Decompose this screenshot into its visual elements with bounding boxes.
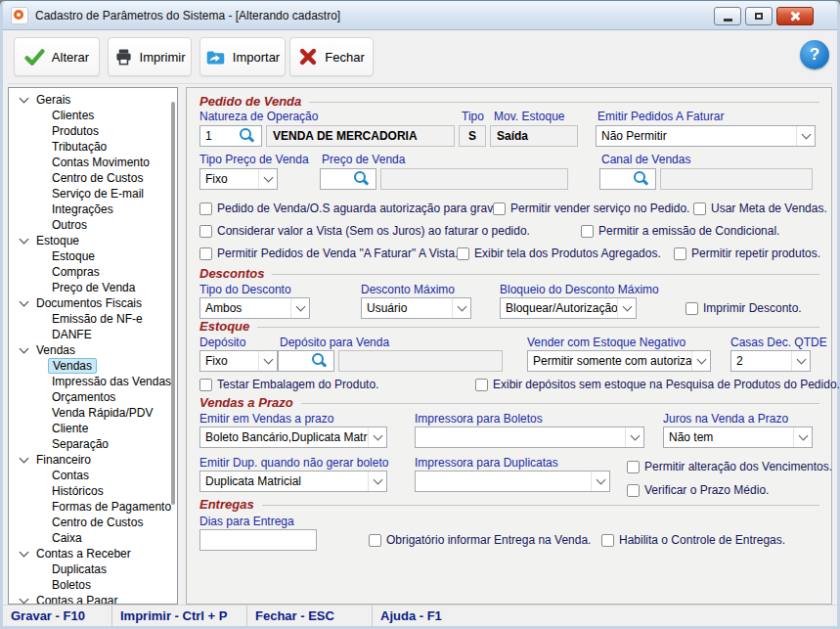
titlebar: Cadastro de Parâmetros do Sistema - [Alt…	[3, 1, 837, 30]
preco-venda-label: Preço de Venda	[322, 153, 405, 166]
tree-item-historicos[interactable]: Históricos	[9, 483, 177, 499]
tree-item-duplicatas[interactable]: Duplicatas	[9, 562, 177, 577]
emitir-dup-combo[interactable]: Duplicata Matricial	[199, 471, 387, 492]
section-vendas-a-prazo: Vendas a Prazo	[199, 395, 819, 410]
preco-venda-search[interactable]	[320, 168, 376, 190]
window-title: Cadastro de Parâmetros do Sistema - [Alt…	[35, 9, 340, 22]
deposito-venda-search[interactable]	[278, 350, 334, 372]
help-button[interactable]: ?	[800, 40, 829, 69]
tree-group-financeiro[interactable]: Financeiro	[9, 452, 177, 468]
tipo-label: Tipo	[462, 110, 484, 123]
checkbox-aguarda-autorizacao[interactable]: Pedido de Venda/O.S aguarda autorização …	[199, 202, 507, 215]
tree-item-centro-de-custos[interactable]: Centro de Custos	[9, 515, 177, 530]
tree-group-documentos-fiscais[interactable]: Documentos Fiscais	[9, 295, 177, 311]
tree-group-label: Documentos Fiscais	[36, 296, 142, 310]
tree-item-estoque[interactable]: Estoque	[9, 248, 177, 264]
deposito-combo[interactable]: Fixo	[199, 350, 278, 372]
natureza-operacao-search[interactable]: 1	[199, 125, 262, 147]
impressora-boletos-combo[interactable]	[415, 427, 644, 448]
imprimir-button[interactable]: Imprimir	[108, 37, 192, 76]
tree-item-compras[interactable]: Compras	[9, 264, 177, 280]
importar-button[interactable]: Importar	[199, 37, 286, 76]
chevron-down-icon	[20, 454, 29, 464]
chevron-down-icon	[617, 298, 636, 318]
tree-item-danfe[interactable]: DANFE	[9, 327, 177, 342]
tree-item-boletos[interactable]: Boletos	[9, 577, 177, 593]
tree-rows: GeraisClientesProdutosTributaçãoContas M…	[9, 92, 177, 605]
restore-button[interactable]	[745, 7, 773, 25]
tree-item-caixa[interactable]: Caixa	[9, 530, 177, 546]
desconto-maximo-label: Desconto Máximo	[361, 283, 455, 296]
minimize-button[interactable]	[714, 7, 741, 25]
tree-item-tributacao[interactable]: Tributação	[9, 139, 177, 155]
juros-prazo-combo[interactable]: Não tem	[663, 427, 813, 448]
chevron-down-icon	[591, 472, 609, 491]
tree-group-estoque[interactable]: Estoque	[9, 233, 177, 248]
tree-item-impressao-das-vendas[interactable]: Impressão das Vendas	[9, 374, 177, 389]
section-descontos: Descontos	[199, 266, 819, 281]
statusbar: Gravar - F10 Imprimir - Ctrl + P Fechar …	[3, 605, 837, 626]
alterar-button[interactable]: Alterar	[14, 37, 100, 76]
checkbox-prazo-medio[interactable]: Verificar o Prazo Médio.	[627, 483, 769, 497]
tree-group-contas-a-receber[interactable]: Contas a Receber	[9, 546, 177, 562]
tree-group-label: Estoque	[36, 234, 79, 247]
tipo-desconto-combo[interactable]: Ambos	[199, 297, 310, 319]
tree-item-venda-rapida-pdv[interactable]: Venda Rápida/PDV	[9, 405, 177, 421]
close-button[interactable]	[776, 7, 814, 25]
tree-item-emissao-de-nf-e[interactable]: Emissão de NF-e	[9, 311, 177, 327]
tree-group-vendas[interactable]: Vendas	[9, 342, 177, 358]
checkbox-vender-servico[interactable]: Permitir vender serviço no Pedido.	[493, 202, 689, 215]
tree-item-formas-de-pagamento[interactable]: Formas de Pagamento	[9, 499, 177, 515]
section-title: Entregas	[199, 497, 254, 512]
tree-item-centro-de-custos[interactable]: Centro de Custos	[9, 170, 177, 186]
parameters-window: Cadastro de Parâmetros do Sistema - [Alt…	[0, 0, 840, 629]
estoque-negativo-combo[interactable]: Permitir somente com autorização	[527, 350, 711, 372]
checkbox-imprimir-desconto[interactable]: Imprimir Desconto.	[685, 301, 802, 315]
checkbox-alteracao-vencimentos[interactable]: Permitir alteração dos Vencimentos.	[627, 460, 832, 473]
desconto-maximo-combo[interactable]: Usuário	[361, 297, 471, 319]
tipo-preco-combo[interactable]: Fixo	[199, 168, 278, 190]
impressora-duplicatas-combo[interactable]	[415, 471, 610, 492]
checkbox-testar-embalagem[interactable]: Testar Embalagem do Produto.	[199, 378, 378, 391]
checkbox-exibir-depositos[interactable]: Exibir depósitos sem estoque na Pesquisa…	[475, 378, 840, 391]
dias-entrega-label: Dias para Entrega	[199, 515, 294, 528]
chevron-down-icon	[452, 298, 470, 318]
fechar-button[interactable]: Fechar	[289, 37, 374, 76]
checkbox-faturar-vista[interactable]: Permitir Pedidos de Venda "A Faturar" A …	[199, 247, 458, 260]
checkbox-meta-vendas[interactable]: Usar Meta de Vendas.	[693, 202, 827, 215]
checkbox-valor-vista[interactable]: Considerar valor a Vista (Sem os Juros) …	[199, 224, 530, 238]
bloqueio-desconto-combo[interactable]: Bloquear/Autorização	[500, 297, 637, 319]
dias-entrega-input[interactable]	[199, 529, 317, 551]
checkbox-obrigatorio-entrega[interactable]: Obrigatório informar Entrega na Venda.	[369, 533, 591, 547]
tree-scrollbar[interactable]	[171, 102, 175, 505]
canal-vendas-search[interactable]	[599, 168, 656, 190]
tree-item-produtos[interactable]: Produtos	[9, 123, 177, 139]
checkbox-box	[199, 225, 212, 238]
chevron-down-icon	[20, 595, 29, 605]
tree-item-integracoes[interactable]: Integrações	[9, 202, 177, 217]
emitir-vendas-prazo-combo[interactable]: Boleto Bancário,Duplicata Matricial	[199, 427, 387, 448]
natureza-code: 1	[205, 129, 240, 143]
tree-item-separacao[interactable]: Separação	[9, 436, 177, 452]
tree-item-servico-de-e-mail[interactable]: Serviço de E-mail	[9, 186, 177, 202]
checkbox-habilita-controle[interactable]: Habilita o Controle de Entregas.	[601, 533, 785, 547]
tree-item-clientes[interactable]: Clientes	[9, 108, 177, 123]
tree-item-preco-de-venda[interactable]: Preço de Venda	[9, 280, 177, 295]
tree-item-vendas[interactable]: Vendas	[9, 358, 177, 374]
preco-venda-desc-field	[380, 168, 568, 190]
tree-item-contas[interactable]: Contas	[9, 468, 177, 483]
emitir-faturar-combo[interactable]: Não Permitir	[596, 125, 816, 147]
tree-group-gerais[interactable]: Gerais	[9, 92, 177, 108]
tree-item-orcamentos[interactable]: Orçamentos	[9, 389, 177, 405]
tree-group-contas-a-pagar[interactable]: Contas a Pagar	[9, 593, 177, 605]
casas-dec-combo[interactable]: 2	[730, 350, 811, 372]
checkbox-repetir-produtos[interactable]: Permitir repetir produtos.	[674, 247, 820, 260]
checkbox-emissao-condicional[interactable]: Permitir a emissão de Condicional.	[581, 224, 779, 238]
tree-item-outros[interactable]: Outros	[9, 217, 177, 233]
tree-item-label: Venda Rápida/PDV	[52, 406, 153, 420]
checkbox-produtos-agregados[interactable]: Exibir tela dos Produtos Agregados.	[457, 247, 661, 260]
tree-item-label: Formas de Pagamento	[52, 500, 171, 514]
tree-item-cliente[interactable]: Cliente	[9, 421, 177, 436]
tree-item-contas-movimento[interactable]: Contas Movimento	[9, 155, 177, 170]
nav-tree: GeraisClientesProdutosTributaçãoContas M…	[8, 87, 178, 605]
